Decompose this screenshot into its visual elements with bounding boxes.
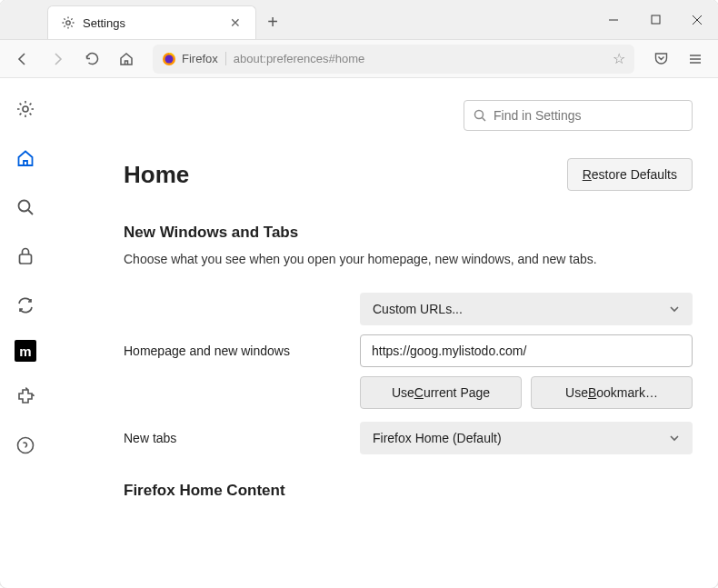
url-bar[interactable]: Firefox about:preferences#home ☆ (153, 45, 634, 74)
svg-point-14 (18, 438, 34, 453)
close-icon[interactable]: ✕ (228, 15, 243, 30)
reload-button[interactable] (76, 44, 107, 75)
toolbar: Firefox about:preferences#home ☆ (0, 40, 718, 78)
svg-rect-2 (652, 15, 660, 24)
firefox-icon (162, 52, 176, 66)
new-tab-button[interactable]: + (256, 5, 289, 39)
homepage-url-input[interactable] (360, 334, 693, 367)
sidebar-item-general[interactable] (11, 95, 40, 124)
svg-point-0 (66, 21, 70, 25)
forward-button[interactable] (42, 44, 73, 75)
pocket-button[interactable] (645, 44, 676, 75)
settings-main: Home Restore Defaults New Windows and Ta… (51, 78, 718, 588)
menu-button[interactable] (680, 44, 711, 75)
browser-window: Settings ✕ + Firefox about:preferences#h… (0, 0, 718, 588)
sidebar-item-sync[interactable] (11, 291, 40, 320)
settings-sidebar: m (0, 78, 51, 588)
svg-point-10 (23, 106, 28, 112)
newtabs-value: Firefox Home (Default) (373, 431, 502, 445)
svg-point-11 (19, 201, 30, 212)
svg-point-6 (165, 55, 174, 63)
svg-point-15 (475, 111, 484, 119)
use-bookmark-button[interactable]: Use Bookmark… (531, 376, 693, 409)
chevron-down-icon (669, 304, 680, 314)
restore-defaults-button[interactable]: Restore Defaults (567, 158, 693, 191)
chevron-down-icon (669, 433, 680, 443)
sidebar-item-search[interactable] (11, 193, 40, 222)
sidebar-item-extensions[interactable] (11, 382, 40, 411)
minimize-button[interactable] (593, 3, 634, 37)
settings-search[interactable] (464, 100, 693, 131)
tab-title: Settings (83, 16, 221, 30)
urlbar-identity: Firefox (162, 52, 226, 66)
sidebar-item-extension-m[interactable]: m (15, 340, 36, 362)
home-button[interactable] (111, 44, 142, 75)
svg-line-12 (28, 210, 33, 214)
maximize-button[interactable] (634, 3, 676, 37)
urlbar-text: about:preferences#home (234, 52, 605, 65)
homepage-mode-value: Custom URLs... (373, 302, 463, 316)
page-title: Home (124, 161, 189, 189)
sidebar-item-help[interactable] (11, 431, 40, 460)
homepage-mode-select[interactable]: Custom URLs... (360, 293, 693, 325)
gear-icon (61, 15, 75, 30)
svg-rect-13 (20, 254, 32, 264)
window-controls (593, 0, 718, 39)
svg-line-16 (483, 118, 486, 122)
section-home-content-title: Firefox Home Content (124, 482, 693, 500)
bookmark-star-icon[interactable]: ☆ (613, 50, 625, 67)
title-bar: Settings ✕ + (0, 0, 718, 40)
browser-tab-settings[interactable]: Settings ✕ (47, 5, 256, 39)
sidebar-item-privacy[interactable] (11, 242, 40, 271)
section-new-windows-desc: Choose what you see when you open your h… (124, 251, 693, 269)
homepage-label: Homepage and new windows (124, 344, 342, 358)
settings-search-input[interactable] (494, 108, 683, 123)
search-icon (474, 109, 486, 122)
content-area: m Home Restore Defaults New Windows and … (0, 78, 718, 588)
use-current-page-button[interactable]: Use Current Page (360, 376, 522, 409)
back-button[interactable] (7, 44, 38, 75)
newtabs-label: New tabs (124, 431, 342, 445)
close-button[interactable] (676, 3, 718, 37)
newtabs-select[interactable]: Firefox Home (Default) (360, 422, 693, 454)
sidebar-item-home[interactable] (11, 144, 40, 173)
urlbar-identity-label: Firefox (182, 52, 226, 65)
section-new-windows-title: New Windows and Tabs (124, 224, 693, 242)
